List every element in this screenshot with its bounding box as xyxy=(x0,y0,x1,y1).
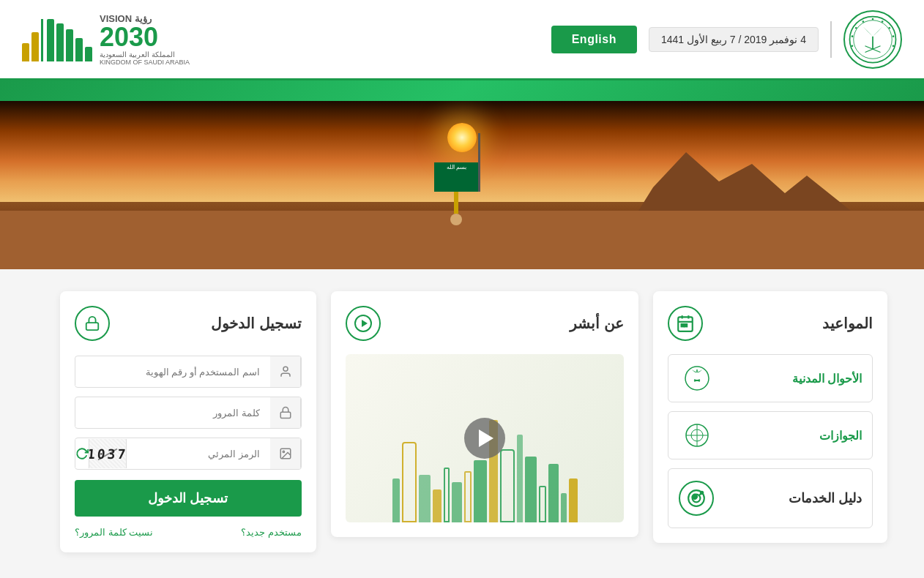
guide-svg xyxy=(687,489,706,508)
building-10 xyxy=(452,482,462,522)
absher-logo-bars xyxy=(22,18,92,61)
lock-svg xyxy=(84,315,100,331)
calendar-icon xyxy=(668,306,703,341)
username-group xyxy=(75,356,302,388)
civil-affairs-label: الأحوال المدنية xyxy=(792,372,862,386)
main-content: المواعيد الأحوال المدنية xyxy=(0,269,924,574)
building-14 xyxy=(402,442,417,522)
password-icon xyxy=(270,397,301,428)
header: 4 نوفمبر 2019 / 7 ربيع الأول 1441 Englis… xyxy=(0,0,924,80)
video-container[interactable] xyxy=(346,354,624,522)
building-2 xyxy=(561,493,567,522)
date-display: 4 نوفمبر 2019 / 7 ربيع الأول 1441 xyxy=(649,27,819,52)
bar-6 xyxy=(41,19,43,61)
saudi-logo xyxy=(843,10,902,69)
vision-year: 2030 xyxy=(100,24,158,50)
building-8 xyxy=(474,460,487,522)
forgot-password-link[interactable]: نسيت كلمة المرور؟ xyxy=(75,527,153,538)
bar-7 xyxy=(31,32,39,61)
civil-affairs-svg xyxy=(681,365,713,391)
svg-rect-36 xyxy=(280,412,291,418)
passports-label: الجوازات xyxy=(819,429,862,443)
captcha-value: 1037 xyxy=(89,446,127,462)
password-group xyxy=(75,397,302,429)
new-user-link[interactable]: مستخدم جديد؟ xyxy=(241,527,302,538)
login-header: تسجيل الدخول xyxy=(75,306,302,341)
header-right: 4 نوفمبر 2019 / 7 ربيع الأول 1441 Englis… xyxy=(551,10,902,69)
svg-point-7 xyxy=(888,26,890,29)
svg-rect-34 xyxy=(86,323,99,330)
about-card: عن أبشر xyxy=(331,291,638,537)
building-3 xyxy=(548,464,559,522)
appointments-card: المواعيد الأحوال المدنية xyxy=(653,291,887,543)
civil-affairs-button[interactable]: الأحوال المدنية xyxy=(668,354,873,402)
person-head xyxy=(450,214,462,225)
vision-logo-text: رؤية VISION 2030 المملكة العربية السعودي… xyxy=(100,13,190,66)
flag-text: بسم الله xyxy=(434,162,478,173)
captcha-group: 1037 xyxy=(75,438,302,470)
captcha-input[interactable] xyxy=(127,441,270,467)
login-title: تسجيل الدخول xyxy=(211,315,302,332)
passports-button[interactable]: الجوازات xyxy=(668,411,873,459)
username-input[interactable] xyxy=(75,358,270,386)
svg-point-35 xyxy=(283,367,288,371)
svg-point-9 xyxy=(893,45,895,47)
building-1 xyxy=(569,478,578,522)
bar-2 xyxy=(75,38,83,61)
service-guide-label: دليل الخدمات xyxy=(789,490,862,506)
svg-rect-19 xyxy=(685,324,687,326)
building-4 xyxy=(539,486,546,522)
building-5 xyxy=(525,457,537,522)
image-svg xyxy=(279,447,292,460)
service-guide-button[interactable]: دليل الخدمات xyxy=(668,468,873,528)
building-12 xyxy=(433,489,441,522)
about-header: عن أبشر xyxy=(346,306,624,341)
login-button[interactable]: تسجيل الدخول xyxy=(75,480,302,517)
green-banner xyxy=(0,80,924,101)
video-play-button[interactable] xyxy=(464,418,505,459)
person-body xyxy=(454,192,458,214)
building-7 xyxy=(500,449,515,522)
about-title: عن أبشر xyxy=(570,315,624,332)
saudi-flag: بسم الله xyxy=(434,162,478,192)
hero-image: بسم الله xyxy=(0,101,924,269)
building-9 xyxy=(464,471,472,522)
svg-marker-33 xyxy=(362,320,368,327)
play-triangle-icon xyxy=(479,429,493,447)
building-13 xyxy=(419,475,431,522)
appointments-header: المواعيد xyxy=(668,306,873,341)
language-button[interactable]: English xyxy=(551,26,637,53)
header-left: رؤية VISION 2030 المملكة العربية السعودي… xyxy=(22,13,190,66)
captcha-icon xyxy=(270,438,301,469)
saudi-emblem-svg xyxy=(847,14,898,65)
lock-icon-circle xyxy=(75,306,110,341)
svg-rect-18 xyxy=(682,324,684,326)
svg-point-11 xyxy=(855,26,857,29)
captcha-image: 1037 xyxy=(89,439,127,468)
user-svg xyxy=(279,365,292,378)
guide-icon xyxy=(679,481,714,516)
captcha-refresh-button[interactable] xyxy=(75,439,89,468)
vision-kingdom: المملكة العربية السعودية xyxy=(100,50,175,59)
header-divider xyxy=(830,21,832,58)
vision-kingdom-en: KINGDOM OF SAUDI ARABIA xyxy=(100,59,190,66)
play-icon-circle[interactable] xyxy=(346,306,381,341)
svg-point-8 xyxy=(893,35,895,37)
password-input[interactable] xyxy=(75,399,270,427)
bar-1 xyxy=(85,47,92,61)
svg-point-38 xyxy=(283,451,284,452)
bar-3 xyxy=(66,29,73,61)
refresh-svg xyxy=(75,447,89,460)
appointments-title: المواعيد xyxy=(822,315,873,332)
login-card: تسجيل الدخول xyxy=(60,291,316,552)
hero-flag-person: بسم الله xyxy=(434,162,478,225)
building-6 xyxy=(517,435,523,522)
passports-svg xyxy=(681,422,713,448)
building-11 xyxy=(444,468,450,522)
svg-point-12 xyxy=(852,35,854,37)
civil-affairs-logo xyxy=(679,364,715,393)
bar-5 xyxy=(47,19,54,61)
svg-point-31 xyxy=(701,492,703,494)
calendar-svg xyxy=(676,314,695,333)
svg-point-5 xyxy=(872,18,874,20)
